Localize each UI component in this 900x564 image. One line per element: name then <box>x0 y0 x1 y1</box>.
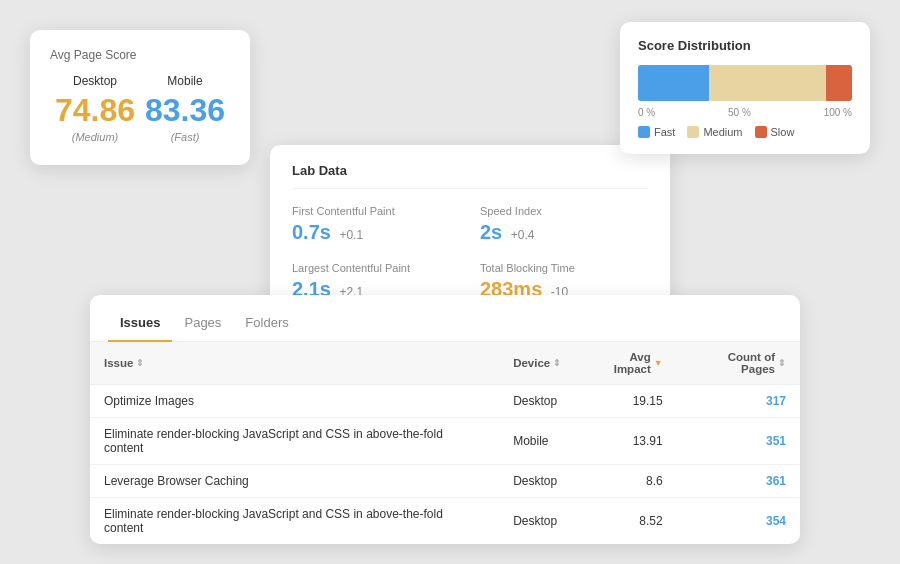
fcp-value: 0.7s <box>292 221 331 243</box>
tbt-label: Total Blocking Time <box>480 262 648 274</box>
td-device: Desktop <box>499 385 575 418</box>
th-device-sort[interactable]: Device ⇕ <box>513 357 561 369</box>
score-distribution-card: Score Distribution 0 % 50 % 100 % Fast M… <box>620 22 870 154</box>
metric-fcp: First Contentful Paint 0.7s +0.1 <box>292 205 460 244</box>
td-device: Mobile <box>499 418 575 465</box>
tab-pages[interactable]: Pages <box>172 309 233 342</box>
dist-bar-slow <box>826 65 852 101</box>
th-count-sort[interactable]: Count of Pages ⇕ <box>691 351 786 375</box>
lab-data-title: Lab Data <box>292 163 648 189</box>
tab-issues[interactable]: Issues <box>108 309 172 342</box>
td-issue: Optimize Images <box>90 385 499 418</box>
legend-fast: Fast <box>638 126 675 138</box>
td-count[interactable]: 361 <box>677 465 800 498</box>
dist-title: Score Distribution <box>638 38 852 53</box>
dist-axis: 0 % 50 % 100 % <box>638 107 852 118</box>
th-count-pages: Count of Pages ⇕ <box>677 342 800 385</box>
legend-slow-label: Slow <box>771 126 795 138</box>
desktop-score-badge: (Medium) <box>55 131 135 143</box>
axis-100: 100 % <box>824 107 852 118</box>
table-row: Optimize Images Desktop 19.15 317 <box>90 385 800 418</box>
mobile-score-col: Mobile 83.36 (Fast) <box>145 74 225 143</box>
sort-count-icon: ⇕ <box>778 358 786 368</box>
metric-si: Speed Index 2s +0.4 <box>480 205 648 244</box>
legend-slow: Slow <box>755 126 795 138</box>
dist-bar <box>638 65 852 101</box>
td-avg-impact: 13.91 <box>575 418 676 465</box>
table-row: Eliminate render-blocking JavaScript and… <box>90 498 800 545</box>
table-header-row: Issue ⇕ Device ⇕ Avg Impact ▼ Count of P… <box>90 342 800 385</box>
sort-issue-icon: ⇕ <box>136 358 144 368</box>
legend-medium-dot <box>687 126 699 138</box>
dist-legend: Fast Medium Slow <box>638 126 852 138</box>
td-avg-impact: 19.15 <box>575 385 676 418</box>
dist-bar-fast <box>638 65 709 101</box>
td-issue: Eliminate render-blocking JavaScript and… <box>90 498 499 545</box>
legend-fast-label: Fast <box>654 126 675 138</box>
td-device: Desktop <box>499 498 575 545</box>
legend-medium-label: Medium <box>703 126 742 138</box>
mobile-score-badge: (Fast) <box>145 131 225 143</box>
th-issue-sort[interactable]: Issue ⇕ <box>104 357 144 369</box>
th-impact-sort[interactable]: Avg Impact ▼ <box>589 351 662 375</box>
dist-bar-container: 0 % 50 % 100 % <box>638 65 852 118</box>
td-avg-impact: 8.6 <box>575 465 676 498</box>
sort-device-icon: ⇕ <box>553 358 561 368</box>
td-avg-impact: 8.52 <box>575 498 676 545</box>
si-value: 2s <box>480 221 502 243</box>
mobile-score-value: 83.36 <box>145 92 225 129</box>
td-count[interactable]: 317 <box>677 385 800 418</box>
avg-score-card: Avg Page Score Desktop 74.86 (Medium) Mo… <box>30 30 250 165</box>
legend-slow-dot <box>755 126 767 138</box>
mobile-label: Mobile <box>145 74 225 88</box>
fcp-delta: +0.1 <box>339 228 363 242</box>
td-issue: Leverage Browser Caching <box>90 465 499 498</box>
desktop-score-value: 74.86 <box>55 92 135 129</box>
si-delta: +0.4 <box>511 228 535 242</box>
td-count[interactable]: 351 <box>677 418 800 465</box>
td-issue: Eliminate render-blocking JavaScript and… <box>90 418 499 465</box>
issues-table: Issue ⇕ Device ⇕ Avg Impact ▼ Count of P… <box>90 342 800 544</box>
legend-medium: Medium <box>687 126 742 138</box>
table-row: Eliminate render-blocking JavaScript and… <box>90 418 800 465</box>
tab-folders[interactable]: Folders <box>233 309 300 342</box>
th-device: Device ⇕ <box>499 342 575 385</box>
lcp-label: Largest Contentful Paint <box>292 262 460 274</box>
sort-impact-icon: ▼ <box>654 358 663 368</box>
axis-0: 0 % <box>638 107 655 118</box>
th-avg-impact: Avg Impact ▼ <box>575 342 676 385</box>
issues-tabs: Issues Pages Folders <box>90 295 800 342</box>
fcp-label: First Contentful Paint <box>292 205 460 217</box>
issues-card: Issues Pages Folders Issue ⇕ Device ⇕ <box>90 295 800 544</box>
th-issue: Issue ⇕ <box>90 342 499 385</box>
metrics-grid: First Contentful Paint 0.7s +0.1 Speed I… <box>292 205 648 301</box>
desktop-label: Desktop <box>55 74 135 88</box>
td-device: Desktop <box>499 465 575 498</box>
table-row: Leverage Browser Caching Desktop 8.6 361 <box>90 465 800 498</box>
legend-fast-dot <box>638 126 650 138</box>
avg-score-title: Avg Page Score <box>50 48 230 62</box>
axis-50: 50 % <box>728 107 751 118</box>
si-label: Speed Index <box>480 205 648 217</box>
issues-tbody: Optimize Images Desktop 19.15 317 Elimin… <box>90 385 800 545</box>
desktop-score-col: Desktop 74.86 (Medium) <box>55 74 135 143</box>
td-count[interactable]: 354 <box>677 498 800 545</box>
dist-bar-medium <box>709 65 827 101</box>
